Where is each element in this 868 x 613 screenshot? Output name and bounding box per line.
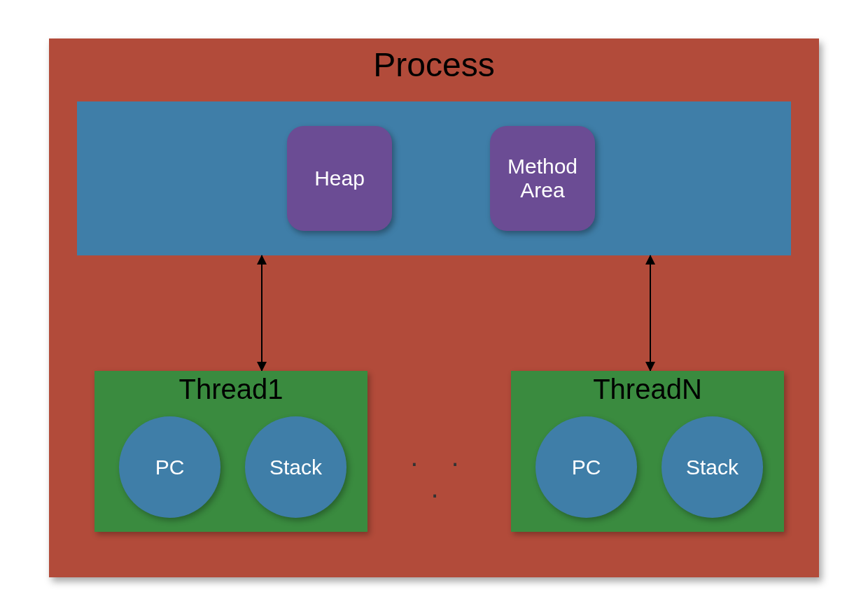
process-title: Process: [49, 45, 819, 84]
method-area-box: Method Area: [490, 126, 595, 231]
threads-ellipsis: . . .: [399, 441, 483, 504]
threadN-title: ThreadN: [511, 374, 784, 405]
process-container: Process Heap Method Area Thread1 PC Stac…: [49, 38, 819, 577]
thread1-stack-label: Stack: [270, 456, 322, 479]
thread1-pc-circle: PC: [119, 416, 220, 518]
thread1-title: Thread1: [94, 374, 368, 405]
method-area-label: Method Area: [507, 155, 578, 203]
heap-box: Heap: [287, 126, 392, 231]
diagram-canvas: Process Heap Method Area Thread1 PC Stac…: [0, 0, 868, 613]
thread1-box: Thread1 PC Stack: [94, 371, 368, 532]
threadN-pc-label: PC: [572, 456, 601, 479]
heap-label: Heap: [314, 167, 365, 191]
thread1-pc-label: PC: [155, 456, 185, 479]
shared-memory-area: Heap Method Area: [77, 101, 791, 255]
bidirectional-arrow-left: [261, 255, 262, 371]
bidirectional-arrow-right: [650, 255, 651, 371]
threadN-box: ThreadN PC Stack: [511, 371, 784, 532]
threadN-stack-circle: Stack: [662, 416, 763, 518]
threadN-pc-circle: PC: [536, 416, 637, 518]
threadN-stack-label: Stack: [686, 456, 738, 479]
thread1-stack-circle: Stack: [245, 416, 346, 518]
